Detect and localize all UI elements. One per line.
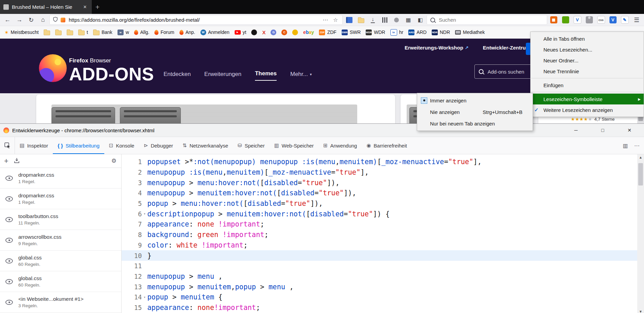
search-bar[interactable] (427, 15, 547, 25)
bookmark-item-anmelden[interactable]: WAnmelden (198, 28, 232, 36)
page-permission-icon[interactable] (61, 18, 65, 22)
devtools-title-bar[interactable]: Entwicklerwerkzeuge - chrome://browser/c… (0, 124, 644, 137)
devtools-tab-debugger[interactable]: ⊳Debugger (139, 137, 178, 154)
menu-item-open-all-in-tabs[interactable]: Alle in Tabs öffnen (531, 33, 644, 44)
tab-close-icon[interactable]: ✕ (82, 4, 88, 11)
addon-css-button[interactable]: css (596, 15, 606, 25)
stylesheet-item[interactable]: global.css60 Regeln. (0, 271, 121, 292)
url-input[interactable] (68, 17, 319, 23)
shield-icon[interactable] (53, 17, 58, 23)
new-stylesheet-button[interactable]: + (4, 157, 8, 165)
toggle-visibility-eye-icon[interactable] (5, 176, 13, 181)
page-actions-icon[interactable]: ⋯ (322, 17, 329, 23)
firefox-logo[interactable] (39, 54, 67, 82)
menu-item-only-new-tab[interactable]: Nur bei neuem Tab anzeigen (417, 118, 533, 129)
back-button[interactable]: ← (2, 15, 13, 25)
bookmark-item-anp[interactable]: Anp. (177, 28, 198, 36)
close-button[interactable]: ✕ (622, 124, 637, 136)
sidebar-toggle-button[interactable]: ◧ (415, 15, 426, 25)
bookmark-item-folder-1[interactable] (41, 28, 52, 36)
import-stylesheet-button[interactable] (14, 158, 20, 164)
devtools-tab-barrierefreiheit[interactable]: ◉Barrierefreiheit (362, 137, 411, 154)
addon-orange-button[interactable]: ▦ (548, 15, 559, 25)
bookmark-item-forum[interactable]: Forum (152, 28, 176, 36)
scrollbar-thumb[interactable] (638, 117, 643, 121)
toggle-visibility-eye-icon[interactable] (5, 258, 13, 263)
keypad-button[interactable]: ▦ (403, 15, 414, 25)
maximize-button[interactable]: □ (595, 124, 610, 136)
amo-nav-themes[interactable]: Themes (255, 70, 277, 81)
addon-v-button[interactable]: V (572, 15, 583, 25)
addon-puzzle-button[interactable] (584, 15, 595, 25)
toggle-visibility-eye-icon[interactable] (5, 300, 13, 305)
search-input[interactable] (438, 17, 543, 23)
extension-gray-button[interactable] (391, 15, 402, 25)
stylesheet-item[interactable]: toolbarbutton.css11 Regeln. (0, 209, 121, 230)
page-scrollbar[interactable] (637, 117, 644, 123)
addon-green-button[interactable] (560, 15, 571, 25)
new-tab-button[interactable]: + (92, 0, 103, 14)
pick-element-button[interactable] (0, 137, 15, 154)
devtools-tab-konsole[interactable]: ⊡Konsole (104, 137, 139, 154)
toggle-visibility-eye-icon[interactable] (5, 217, 13, 222)
bookmark-item-gold-badge[interactable] (290, 28, 300, 36)
bookmark-item-folder-2[interactable] (53, 28, 64, 36)
devtools-tab-inspektor[interactable]: ▤Inspektor (15, 137, 53, 154)
amo-nav-mehr[interactable]: Mehr...▾ (290, 71, 312, 81)
style-editor-source[interactable]: 1popupset >*:not(menupopup) menupopup :i… (122, 154, 644, 313)
scroll-down-icon[interactable]: ▼ (637, 309, 644, 313)
bookmark-item-hr[interactable]: hrhr (388, 28, 406, 37)
bookmark-item-ard[interactable]: ARDARD (406, 28, 429, 36)
bookmark-item-mediathek[interactable]: Mediathek (453, 28, 487, 36)
home-button[interactable]: ⌂ (38, 15, 48, 25)
menu-button[interactable]: ☰ (631, 15, 642, 25)
menu-item-other-bookmarks[interactable]: ✓Weitere Lesezeichen anzeigen (531, 104, 644, 115)
bookmark-item-folder-t[interactable]: t (76, 28, 90, 36)
bookmark-star-icon[interactable]: ☆ (332, 17, 339, 23)
bookmark-item-allg[interactable]: Allg. (132, 28, 152, 36)
bookmark-item-w[interactable]: ww (115, 28, 131, 36)
bookmark-item-x[interactable]: X (260, 29, 268, 36)
menu-item-new-bookmark[interactable]: Neues Lesezeichen... (531, 44, 644, 55)
bookmark-item-ndr[interactable]: NDRNDR (429, 28, 452, 36)
amo-brand[interactable]: Firefox Browser ADD-ONS (69, 58, 154, 83)
menu-item-always-show[interactable]: Immer anzeigen (417, 95, 533, 106)
menu-item-bookmarks-toolbar[interactable]: Lesezeichen-Symbolleiste▶ (531, 94, 644, 104)
devtools-options-icon[interactable]: ⋯ (632, 140, 642, 151)
minimize-button[interactable]: ─ (568, 124, 584, 136)
bookmark-item-c-badge[interactable]: C (279, 28, 289, 36)
link-extension-workshop[interactable]: Erweiterungs-Workshop ↗ (405, 45, 469, 51)
menu-item-new-folder[interactable]: Neuer Ordner... (531, 55, 644, 66)
amo-nav-entdecken[interactable]: Entdecken (164, 71, 191, 81)
amo-nav-erweiterungen[interactable]: Erweiterungen (204, 71, 241, 81)
menu-item-paste[interactable]: Einfügen (531, 80, 644, 91)
bookmark-folder-button[interactable] (356, 15, 366, 25)
bookmark-item-ebay[interactable]: ebay (301, 28, 316, 36)
editor-scrollbar[interactable]: ▲ ▼ (637, 154, 644, 313)
stylesheet-item[interactable]: global.css60 Regeln. (0, 251, 121, 271)
reload-button[interactable]: ↻ (26, 15, 37, 25)
devtools-tab-stilbearbeitung[interactable]: { }Stilbearbeitung (53, 137, 104, 154)
bookmark-item-yt[interactable]: ▶yt (232, 28, 249, 36)
fold-marker-icon[interactable]: ▾ (142, 212, 147, 216)
split-layout-icon[interactable]: ▥ (620, 140, 630, 151)
bookmark-item-meistbesucht[interactable]: ✶Meistbesucht (2, 28, 41, 36)
stylesheet-item[interactable]: <in Webseite...okument #1>3 Regeln. (0, 292, 121, 313)
bookmark-item-folder-3[interactable] (64, 28, 76, 36)
url-bar[interactable]: ⋯ ☆ (49, 15, 343, 25)
forward-button[interactable]: → (14, 15, 25, 25)
devtools-tab-netzwerkanalyse[interactable]: ⇅Netzwerkanalyse (178, 137, 233, 154)
scroll-up-icon[interactable]: ▲ (637, 154, 644, 160)
stylesheet-item[interactable]: arrowscrollbox.css9 Regeln. (0, 230, 121, 251)
stylesheet-item[interactable]: dropmarker.css1 Regel. (0, 168, 121, 189)
toggle-visibility-eye-icon[interactable] (5, 279, 13, 284)
addon-v2-button[interactable]: V (607, 15, 618, 25)
menu-item-new-separator[interactable]: Neue Trennlinie (531, 66, 644, 77)
downloads-button[interactable]: ↓ (367, 15, 378, 25)
menu-item-never-show[interactable]: Nie anzeigenStrg+Umschalt+B (417, 106, 533, 118)
bookmark-item-g-badge[interactable]: G (268, 28, 279, 36)
devtools-tab-web-speicher[interactable]: ▥Web-Speicher (270, 137, 319, 154)
stylesheet-item[interactable]: dropmarker.css1 Regel. (0, 189, 121, 209)
browser-tab-active[interactable]: Brushed Metal – Holen Sie ✕ (0, 0, 92, 14)
scrollbar-thumb[interactable] (638, 163, 643, 185)
